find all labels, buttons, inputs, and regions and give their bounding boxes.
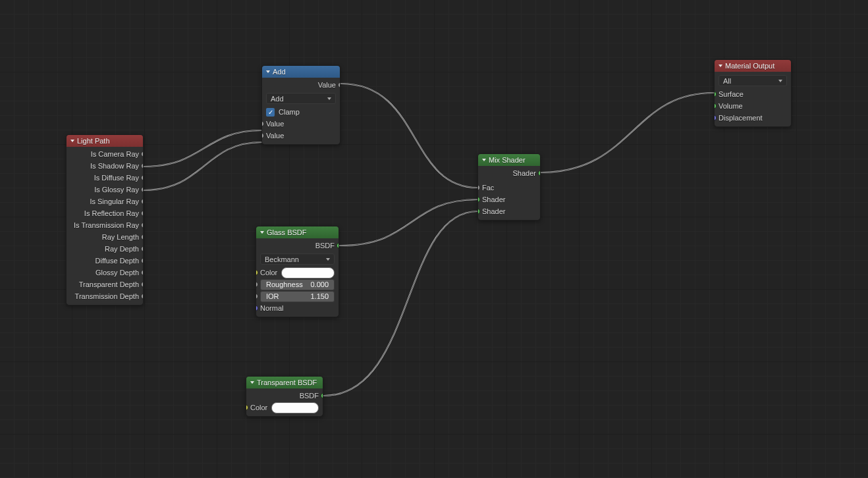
node-title: Transparent BSDF (257, 377, 317, 388)
socket-out-value: Value (266, 79, 336, 91)
socket-dot[interactable] (477, 197, 480, 203)
socket-dot[interactable] (141, 187, 144, 193)
socket-out-ray-length: Ray Length (70, 231, 139, 243)
socket-dot[interactable] (256, 294, 258, 300)
dropdown-math-operation[interactable]: Add (266, 93, 336, 104)
collapse-icon[interactable] (260, 231, 264, 234)
socket-out-transmission-depth: Transmission Depth (70, 290, 139, 302)
socket-dot[interactable] (141, 151, 144, 157)
socket-dot[interactable] (714, 115, 717, 121)
socket-out-is-singular-ray: Is Singular Ray (70, 196, 139, 207)
socket-dot[interactable] (256, 282, 258, 288)
socket-out-bsdf: BSDF (260, 240, 335, 252)
collapse-icon[interactable] (266, 70, 270, 73)
node-add[interactable]: Add Value Add ✓ Clamp Value Value (261, 65, 340, 145)
socket-dot[interactable] (338, 82, 340, 88)
socket-dot[interactable] (141, 258, 144, 264)
socket-dot[interactable] (141, 175, 144, 181)
socket-out-is-diffuse-ray: Is Diffuse Ray (70, 172, 139, 184)
dropdown-target[interactable]: All (719, 75, 787, 86)
socket-in-value-1: Value (266, 118, 336, 130)
field-roughness[interactable]: Roughness 0.000 (260, 279, 335, 290)
node-transparent-bsdf[interactable]: Transparent BSDF BSDF Color (246, 376, 323, 417)
socket-out-glossy-depth: Glossy Depth (70, 267, 139, 279)
socket-dot[interactable] (141, 163, 144, 169)
socket-dot[interactable] (141, 246, 144, 252)
chevron-down-icon (778, 80, 782, 82)
node-material-output[interactable]: Material Output All Surface Volume Displ… (714, 59, 792, 127)
socket-dot[interactable] (141, 199, 144, 205)
node-light-path[interactable]: Light Path Is Camera RayIs Shadow RayIs … (66, 134, 144, 305)
collapse-icon[interactable] (250, 381, 254, 384)
node-header-mix[interactable]: Mix Shader (478, 154, 540, 166)
node-title: Mix Shader (489, 154, 526, 166)
socket-dot[interactable] (321, 393, 323, 399)
socket-dot[interactable] (477, 185, 480, 191)
socket-in-value-2: Value (266, 130, 336, 142)
node-header-transparent[interactable]: Transparent BSDF (246, 377, 323, 388)
color-swatch[interactable] (281, 267, 335, 279)
node-title: Glass BSDF (267, 226, 307, 238)
node-header-output[interactable]: Material Output (715, 60, 791, 72)
socket-dot[interactable] (337, 243, 339, 249)
chevron-down-icon (326, 258, 330, 261)
socket-dot[interactable] (141, 234, 144, 240)
socket-in-displacement: Displacement (719, 112, 787, 124)
field-ior[interactable]: IOR 1.150 (260, 291, 335, 302)
socket-dot[interactable] (714, 92, 717, 97)
socket-out-is-transmission-ray: Is Transmission Ray (70, 219, 139, 231)
socket-dot[interactable] (141, 270, 144, 276)
socket-dot[interactable] (714, 103, 717, 109)
label-color: Color (260, 269, 277, 277)
node-header-glass[interactable]: Glass BSDF (256, 226, 339, 238)
socket-dot[interactable] (141, 211, 144, 217)
socket-out-bsdf: BSDF (250, 390, 319, 402)
socket-dot[interactable] (141, 294, 144, 300)
collapse-icon[interactable] (482, 159, 486, 161)
socket-in-shader-2: Shader (482, 205, 536, 217)
socket-dot[interactable] (141, 282, 144, 288)
socket-dot[interactable] (246, 405, 248, 411)
socket-in-shader-1: Shader (482, 194, 536, 205)
socket-out-is-shadow-ray: Is Shadow Ray (70, 160, 139, 172)
socket-in-surface: Surface (719, 88, 787, 100)
color-swatch[interactable] (271, 402, 319, 413)
socket-out-is-camera-ray: Is Camera Ray (70, 148, 139, 160)
socket-dot[interactable] (141, 223, 144, 228)
socket-dot[interactable] (261, 121, 264, 127)
node-title: Light Path (77, 135, 110, 147)
socket-in-fac: Fac (482, 182, 536, 194)
socket-out-diffuse-depth: Diffuse Depth (70, 255, 139, 267)
node-title: Add (273, 66, 286, 78)
socket-dot[interactable] (538, 171, 541, 176)
socket-in-normal: Normal (260, 302, 335, 314)
checkbox-clamp[interactable]: ✓ Clamp (266, 106, 300, 118)
checkmark-icon: ✓ (266, 108, 275, 117)
socket-out-is-glossy-ray: Is Glossy Ray (70, 184, 139, 196)
socket-dot[interactable] (256, 305, 258, 311)
socket-out-ray-depth: Ray Depth (70, 243, 139, 255)
collapse-icon[interactable] (719, 65, 722, 67)
node-mix-shader[interactable]: Mix Shader Shader Fac Shader Shader (477, 153, 541, 221)
chevron-down-icon (327, 97, 331, 100)
node-header-add[interactable]: Add (262, 66, 340, 78)
node-header-light-path[interactable]: Light Path (67, 135, 143, 147)
collapse-icon[interactable] (70, 140, 74, 142)
socket-out-is-reflection-ray: Is Reflection Ray (70, 207, 139, 219)
socket-in-volume: Volume (719, 100, 787, 112)
socket-out-shader: Shader (482, 167, 536, 179)
dropdown-distribution[interactable]: Beckmann (260, 253, 335, 265)
label-color: Color (250, 404, 267, 412)
socket-dot[interactable] (261, 133, 264, 139)
socket-dot[interactable] (477, 209, 480, 215)
socket-out-transparent-depth: Transparent Depth (70, 279, 139, 290)
node-title: Material Output (725, 60, 774, 72)
node-glass-bsdf[interactable]: Glass BSDF BSDF Beckmann Color Roughness… (256, 226, 339, 317)
socket-dot[interactable] (256, 270, 258, 276)
